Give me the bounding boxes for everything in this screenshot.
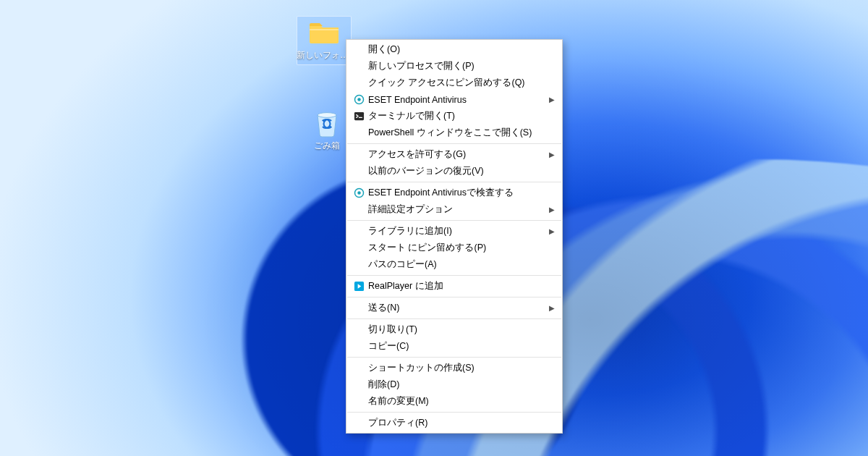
menu-item-open[interactable]: 開く(O) xyxy=(346,41,562,58)
desktop[interactable]: 新しいフォルダー ごみ箱 開く(O)新しいプロセスで開く(P)クイック アクセス… xyxy=(0,0,868,456)
menu-item-send-to[interactable]: 送る(N)▶ xyxy=(346,300,562,316)
menu-item-eset-antivirus[interactable]: ESET Endpoint Antivirus▶ xyxy=(346,91,562,108)
menu-item-create-shortcut[interactable]: ショートカットの作成(S) xyxy=(346,360,562,376)
desktop-icon-new-folder[interactable]: 新しいフォルダー xyxy=(297,16,352,65)
menu-item-label: ショートカットの作成(S) xyxy=(367,362,546,374)
menu-item-label: 新しいプロセスで開く(P) xyxy=(367,60,546,72)
menu-item-realplayer-add[interactable]: RealPlayer に追加 xyxy=(346,278,562,295)
menu-separator xyxy=(347,275,561,276)
menu-item-label: RealPlayer に追加 xyxy=(367,280,546,292)
realplayer-icon xyxy=(351,281,367,292)
menu-item-label: 名前の変更(M) xyxy=(367,395,546,408)
menu-item-label: PowerShell ウィンドウをここで開く(S) xyxy=(367,127,546,139)
menu-separator xyxy=(347,143,561,144)
menu-item-label: 詳細設定オプション xyxy=(367,203,546,216)
menu-item-copy-path[interactable]: パスのコピー(A) xyxy=(346,256,562,273)
menu-separator xyxy=(347,297,561,297)
submenu-arrow-icon: ▶ xyxy=(546,206,555,214)
eset-icon xyxy=(351,187,367,198)
menu-item-open-new-process[interactable]: 新しいプロセスで開く(P) xyxy=(346,58,562,75)
menu-item-label: 削除(D) xyxy=(367,379,546,391)
menu-separator xyxy=(347,357,561,358)
submenu-arrow-icon: ▶ xyxy=(546,227,555,235)
svg-point-2 xyxy=(357,98,361,101)
menu-item-restore-previous[interactable]: 以前のバージョンの復元(V) xyxy=(346,163,562,180)
menu-item-label: パスのコピー(A) xyxy=(367,258,546,271)
folder-icon xyxy=(307,18,341,47)
svg-rect-3 xyxy=(354,112,363,120)
svg-point-5 xyxy=(357,191,361,195)
eset-icon xyxy=(351,94,367,105)
menu-item-label: ターミナルで開く(T) xyxy=(367,110,546,122)
submenu-arrow-icon: ▶ xyxy=(546,151,555,159)
menu-item-open-terminal[interactable]: ターミナルで開く(T) xyxy=(346,108,562,124)
submenu-arrow-icon: ▶ xyxy=(546,96,555,104)
menu-item-open-powershell[interactable]: PowerShell ウィンドウをここで開く(S) xyxy=(346,124,562,141)
menu-item-label: ESET Endpoint Antivirusで検査する xyxy=(367,187,546,199)
submenu-arrow-icon: ▶ xyxy=(546,304,555,312)
menu-item-label: 開く(O) xyxy=(367,43,546,56)
menu-separator xyxy=(347,220,561,221)
menu-item-add-to-library[interactable]: ライブラリに追加(I)▶ xyxy=(346,223,562,240)
menu-item-label: ESET Endpoint Antivirus xyxy=(367,95,546,105)
menu-item-eset-advanced[interactable]: 詳細設定オプション▶ xyxy=(346,201,562,218)
menu-separator xyxy=(347,412,561,413)
menu-item-pin-to-start[interactable]: スタート にピン留めする(P) xyxy=(346,240,562,256)
menu-item-rename[interactable]: 名前の変更(M) xyxy=(346,393,562,410)
menu-item-label: ライブラリに追加(I) xyxy=(367,225,546,237)
menu-item-label: 以前のバージョンの復元(V) xyxy=(367,165,546,177)
terminal-icon xyxy=(351,111,367,122)
svg-point-0 xyxy=(318,113,336,118)
menu-item-label: アクセスを許可する(G) xyxy=(367,148,546,161)
menu-item-copy[interactable]: コピー(C) xyxy=(346,338,562,355)
menu-separator xyxy=(347,182,561,182)
menu-item-label: コピー(C) xyxy=(367,340,546,352)
context-menu: 開く(O)新しいプロセスで開く(P)クイック アクセスにピン留めする(Q)ESE… xyxy=(346,39,563,434)
menu-item-pin-quick-access[interactable]: クイック アクセスにピン留めする(Q) xyxy=(346,75,562,91)
menu-item-label: クイック アクセスにピン留めする(Q) xyxy=(367,77,546,89)
menu-item-label: スタート にピン留めする(P) xyxy=(367,242,546,254)
recycle-bin-icon xyxy=(310,109,344,138)
menu-item-grant-access[interactable]: アクセスを許可する(G)▶ xyxy=(346,146,562,163)
menu-item-label: 切り取り(T) xyxy=(367,324,546,336)
menu-item-properties[interactable]: プロパティ(R) xyxy=(346,415,562,431)
menu-separator xyxy=(347,318,561,319)
menu-item-label: プロパティ(R) xyxy=(367,417,546,429)
desktop-icon-label: 新しいフォルダー xyxy=(297,49,352,62)
menu-item-cut[interactable]: 切り取り(T) xyxy=(346,321,562,338)
menu-item-label: 送る(N) xyxy=(367,302,546,314)
menu-item-eset-scan[interactable]: ESET Endpoint Antivirusで検査する xyxy=(346,185,562,201)
menu-item-delete[interactable]: 削除(D) xyxy=(346,376,562,393)
